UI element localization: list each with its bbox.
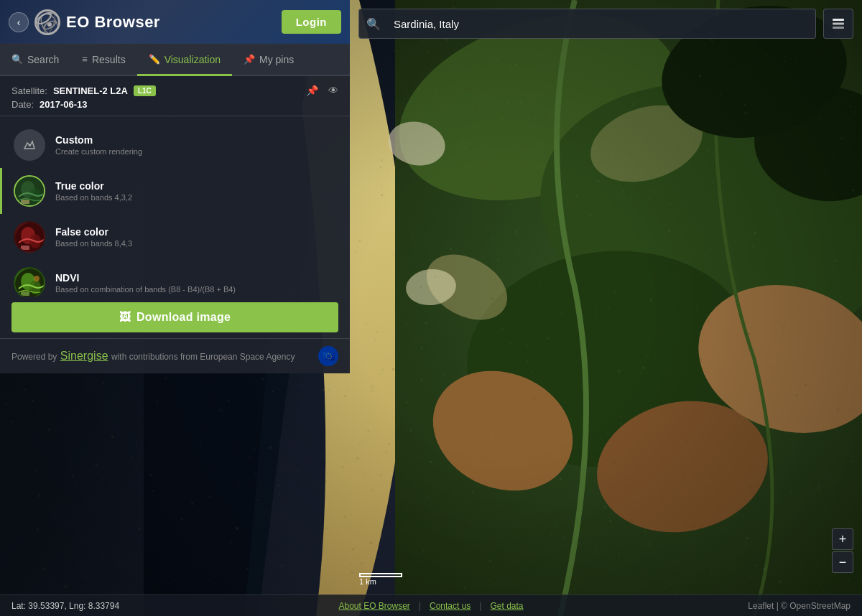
login-button[interactable]: Login <box>282 10 341 34</box>
svg-point-7 <box>29 144 31 146</box>
svg-point-6 <box>47 22 52 27</box>
rendering-thumb-false-color <box>14 221 45 253</box>
rendering-info-ndvi: NDVI Based on combination of bands (B8 -… <box>55 272 338 294</box>
results-tab-icon: ≡ <box>82 54 88 65</box>
tab-visualization[interactable]: ✏️ Visualization <box>137 45 232 76</box>
header-left: ‹ EO Browser <box>9 9 160 35</box>
search-icon: 🔍 <box>359 17 388 31</box>
rendering-thumb-custom <box>14 129 45 161</box>
rendering-info-false-color: False color Based on bands 8,4,3 <box>55 226 338 248</box>
svg-point-20 <box>34 276 40 281</box>
map-search-box[interactable]: 🔍 <box>358 9 816 39</box>
sidebar: ‹ EO Browser Login 🔍 Search ≡ Results ✏️ <box>0 0 350 373</box>
rendering-item-custom[interactable]: Custom Create custom rendering <box>0 122 350 168</box>
pin-icon[interactable]: 📌 <box>306 85 318 96</box>
map-footer: Lat: 39.53397, Lng: 8.33794 About EO Bro… <box>0 594 862 616</box>
rendering-item-ndvi[interactable]: NDVI Based on combination of bands (B8 -… <box>0 260 350 297</box>
tab-results[interactable]: ≡ Results <box>70 45 136 76</box>
download-icon: 🖼 <box>119 311 131 324</box>
app-header: ‹ EO Browser Login <box>0 0 350 45</box>
tab-search[interactable]: 🔍 Search <box>0 45 70 76</box>
contact-link[interactable]: Contact us <box>430 601 471 611</box>
visibility-icon[interactable]: 👁 <box>328 85 338 96</box>
svg-point-5 <box>42 12 57 35</box>
rendering-thumb-true-color <box>14 175 45 207</box>
layers-icon <box>830 16 846 32</box>
svg-rect-19 <box>21 291 29 296</box>
svg-rect-1 <box>833 23 844 25</box>
map-coordinates: Lat: 39.53397, Lng: 8.33794 <box>11 601 119 611</box>
rendering-info-custom: Custom Create custom rendering <box>55 134 338 156</box>
app-logo <box>34 9 60 35</box>
pins-tab-icon: 📌 <box>244 54 255 65</box>
satellite-name-row: Satellite: SENTINEL-2 L2A L1C 📌 👁 <box>11 85 338 96</box>
back-button[interactable]: ‹ <box>9 12 29 32</box>
tab-bar: 🔍 Search ≡ Results ✏️ Visualization 📌 My… <box>0 45 350 76</box>
rendering-thumb-ndvi <box>14 267 45 297</box>
visualization-tab-icon: ✏️ <box>149 54 160 65</box>
rendering-info-true-color: True color Based on bands 4,3,2 <box>55 180 338 202</box>
svg-rect-11 <box>21 200 29 204</box>
map-top-bar: 🔍 <box>350 0 862 47</box>
tab-my-pins[interactable]: 📌 My pins <box>232 45 305 76</box>
sidebar-footer: Powered by Sinergise with contributions … <box>0 338 350 373</box>
date-row: Date: 2017-06-13 <box>11 99 338 110</box>
map-search-input[interactable] <box>388 18 815 30</box>
rendering-options-list: Custom Create custom rendering True colo… <box>0 116 350 297</box>
zoom-controls: + − <box>832 528 853 573</box>
scale-bar: 1 km <box>359 573 402 587</box>
zoom-in-button[interactable]: + <box>832 528 853 550</box>
map-attribution: Leaflet | © OpenStreetMap <box>748 601 851 611</box>
svg-rect-2 <box>833 27 844 29</box>
sidebar-footer-text: Powered by Sinergise with contributions … <box>11 350 295 363</box>
search-tab-icon: 🔍 <box>11 54 23 65</box>
layers-toggle-button[interactable] <box>823 9 853 39</box>
download-image-button[interactable]: 🖼 Download image <box>11 302 338 332</box>
get-data-link[interactable]: Get data <box>490 601 523 611</box>
zoom-out-button[interactable]: − <box>832 551 853 573</box>
rendering-item-false-color[interactable]: False color Based on bands 8,4,3 <box>0 214 350 260</box>
svg-rect-15 <box>21 246 29 250</box>
about-link[interactable]: About EO Browser <box>338 601 409 611</box>
satellite-info-panel: Satellite: SENTINEL-2 L2A L1C 📌 👁 Date: … <box>0 76 350 116</box>
sinergise-link[interactable]: Sinergise <box>60 350 108 362</box>
map-footer-links: About EO Browser | Contact us | Get data <box>338 601 523 611</box>
eu-icon[interactable]: 🇪🇺 <box>318 346 338 366</box>
svg-rect-0 <box>833 19 844 21</box>
app-title: EO Browser <box>66 13 160 32</box>
rendering-item-true-color[interactable]: True color Based on bands 4,3,2 <box>0 168 350 214</box>
